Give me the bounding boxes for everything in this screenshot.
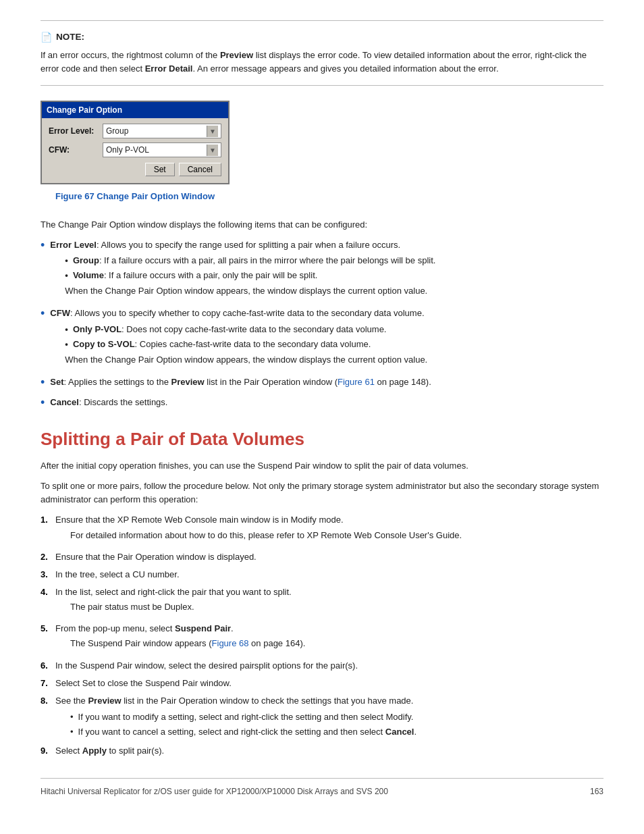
description-text: The Change Pair Option window displays t…	[41, 218, 603, 232]
feature-list: • Error Level: Allows you to specify the…	[41, 238, 603, 413]
list-item: • CFW: Allows you to specify whether to …	[41, 307, 603, 372]
section-intro2: To split one or more pairs, follow the p…	[41, 479, 603, 506]
list-item: 1. Ensure that the XP Remote Web Console…	[41, 513, 603, 546]
list-item: • Volume: If a failure occurs with a pai…	[65, 269, 603, 282]
sub-indent-dot: •	[70, 725, 74, 739]
error-level-row: Error Level: Group ▼	[49, 124, 221, 138]
cfw-select[interactable]: Only P-VOL ▼	[103, 142, 221, 157]
note-icon: 📄	[41, 30, 52, 45]
list-item: 2. Ensure that the Pair Operation window…	[41, 550, 603, 564]
note-text: If an error occurs, the rightmost column…	[41, 49, 603, 76]
list-item: 3. In the tree, select a CU number.	[41, 568, 603, 581]
list-item: 8. See the Preview list in the Pair Oper…	[41, 694, 603, 740]
step-content: In the list, select and right-click the …	[55, 585, 603, 618]
error-level-value: Group	[106, 125, 128, 137]
sub-indent-dot: •	[70, 710, 74, 724]
bullet-dot: •	[41, 305, 45, 323]
step-note: The pair status must be Duplex.	[70, 600, 603, 614]
step-number: 7.	[41, 677, 55, 690]
step-content: Select Set to close the Suspend Pair win…	[55, 677, 603, 690]
step-content: In the Suspend Pair window, select the d…	[55, 659, 603, 673]
sub-bullet-dot: •	[65, 269, 68, 282]
step-note: For detailed information about how to do…	[70, 529, 603, 542]
cfw-label: CFW:	[49, 144, 103, 156]
sub-indent-item: • If you want to modify a setting, selec…	[70, 710, 603, 724]
note-title: 📄 NOTE:	[41, 30, 603, 45]
bullet-dot: •	[41, 373, 45, 392]
error-level-arrow: ▼	[207, 126, 218, 137]
sub-bullet-dot: •	[65, 254, 68, 267]
cfw-row: CFW: Only P-VOL ▼	[49, 142, 221, 157]
step-content: See the Preview list in the Pair Operati…	[55, 694, 603, 740]
step-content: From the pop-up menu, select Suspend Pai…	[55, 622, 603, 654]
list-item: • Cancel: Discards the settings.	[41, 396, 603, 413]
section-intro1: After the initial copy operation finishe…	[41, 459, 603, 473]
list-item: • Only P-VOL: Does not copy cache-fast-w…	[65, 323, 603, 336]
set-button[interactable]: Set	[145, 163, 175, 176]
figure-caption: Figure 67 Change Pair Option Window	[41, 190, 230, 203]
step-number: 6.	[41, 659, 55, 673]
sub-item-text: Only P-VOL: Does not copy cache-fast-wri…	[73, 323, 387, 336]
sub-item-text: Volume: If a failure occurs with a pair,…	[73, 269, 317, 282]
sub-bullet-dot: •	[65, 338, 68, 351]
cfw-value: Only P-VOL	[106, 144, 149, 156]
step-note: The Suspend Pair window appears (Figure …	[70, 637, 603, 650]
footer-left: Hitachi Universal Replicator for z/OS us…	[41, 785, 388, 798]
list-item: 6. In the Suspend Pair window, select th…	[41, 659, 603, 673]
list-item: 9. Select Apply to split pair(s).	[41, 744, 603, 758]
after-text: When the Change Pair Option window appea…	[65, 284, 603, 298]
list-item: • Copy to S-VOL: Copies cache-fast-write…	[65, 338, 603, 351]
bullet-content: Set: Applies the settings to the Preview…	[50, 375, 603, 389]
step-content: Select Apply to split pair(s).	[55, 744, 603, 758]
step-number: 5.	[41, 622, 55, 635]
step-number: 9.	[41, 744, 55, 758]
list-item: 7. Select Set to close the Suspend Pair …	[41, 677, 603, 690]
error-level-select[interactable]: Group ▼	[103, 124, 221, 138]
section-heading: Splitting a Pair of Data Volumes	[41, 429, 603, 450]
sub-item-text: Group: If a failure occurs with a pair, …	[73, 254, 436, 267]
note-label: NOTE:	[56, 30, 84, 44]
dialog-body: Error Level: Group ▼ CFW: Only P-VOL ▼ S…	[42, 118, 228, 183]
cfw-arrow: ▼	[207, 145, 218, 156]
list-item: 5. From the pop-up menu, select Suspend …	[41, 622, 603, 654]
bullet-dot: •	[41, 394, 45, 413]
error-level-label: Error Level:	[49, 125, 103, 137]
step-content: In the tree, select a CU number.	[55, 568, 603, 581]
figure68-link[interactable]: Figure 68	[212, 638, 249, 648]
dialog-titlebar: Change Pair Option	[42, 102, 228, 118]
sub-item-text: If you want to cancel a setting, select …	[78, 725, 417, 739]
step-number: 4.	[41, 585, 55, 599]
figure61-link[interactable]: Figure 61	[338, 377, 375, 387]
list-item: 4. In the list, select and right-click t…	[41, 585, 603, 618]
bullet-content: Cancel: Discards the settings.	[50, 396, 603, 409]
after-text: When the Change Pair Option window appea…	[65, 353, 603, 367]
list-item: • Group: If a failure occurs with a pair…	[65, 254, 603, 267]
bullet-content: Error Level: Allows you to specify the r…	[50, 238, 603, 304]
note-box: 📄 NOTE: If an error occurs, the rightmos…	[41, 20, 603, 86]
step-number: 8.	[41, 694, 55, 708]
sub-indent: • If you want to modify a setting, selec…	[70, 710, 603, 739]
sub-list: • Only P-VOL: Does not copy cache-fast-w…	[65, 323, 603, 351]
step-content: Ensure that the Pair Operation window is…	[55, 550, 603, 564]
cancel-button[interactable]: Cancel	[179, 163, 221, 176]
bullet-dot: •	[41, 236, 45, 255]
page-footer: Hitachi Universal Replicator for z/OS us…	[41, 778, 603, 798]
list-item: • Set: Applies the settings to the Previ…	[41, 375, 603, 392]
sub-item-text: Copy to S-VOL: Copies cache-fast-write d…	[73, 338, 371, 351]
footer-right: 163	[590, 785, 603, 798]
list-item: • Error Level: Allows you to specify the…	[41, 238, 603, 304]
dialog-figure: Change Pair Option Error Level: Group ▼ …	[41, 101, 603, 214]
step-number: 2.	[41, 550, 55, 564]
sub-item-text: If you want to modify a setting, select …	[78, 710, 414, 724]
sub-indent-item: • If you want to cancel a setting, selec…	[70, 725, 603, 739]
steps-list: 1. Ensure that the XP Remote Web Console…	[41, 513, 603, 758]
bullet-content: CFW: Allows you to specify whether to co…	[50, 307, 603, 372]
dialog-window: Change Pair Option Error Level: Group ▼ …	[41, 101, 230, 184]
step-number: 1.	[41, 513, 55, 527]
step-number: 3.	[41, 568, 55, 581]
sub-list: • Group: If a failure occurs with a pair…	[65, 254, 603, 282]
dialog-buttons: Set Cancel	[49, 163, 221, 176]
step-content: Ensure that the XP Remote Web Console ma…	[55, 513, 603, 546]
sub-bullet-dot: •	[65, 323, 68, 336]
